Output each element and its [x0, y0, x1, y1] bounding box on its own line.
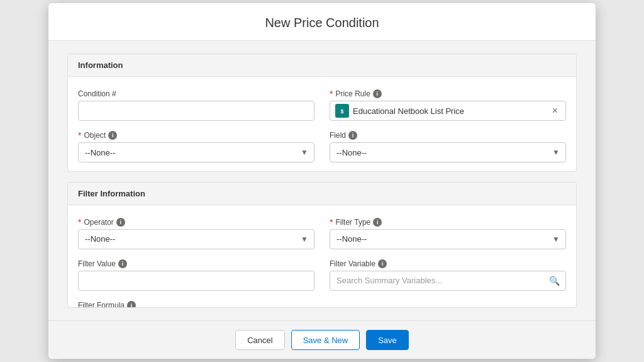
filter-formula-info-icon: i: [127, 301, 136, 308]
filter-section-body: * Operator i --None-- ▼ * Fi: [68, 205, 576, 308]
modal-title: New Price Condition: [67, 16, 577, 30]
price-rule-info-icon: i: [373, 89, 382, 98]
modal-header: New Price Condition: [48, 3, 596, 41]
field-label: Field i: [330, 131, 566, 140]
filter-formula-label: Filter Formula i: [78, 301, 566, 308]
object-group: * Object i --None-- ▼: [78, 131, 314, 162]
filter-variable-info-icon: i: [378, 259, 387, 268]
operator-select[interactable]: --None--: [78, 229, 314, 249]
price-rule-required-star: *: [330, 89, 333, 98]
modal-content: Information Condition # * Price Rule i: [48, 41, 596, 320]
filter-type-select[interactable]: --None--: [330, 229, 566, 249]
filter-variable-group: Filter Variable i 🔍: [330, 259, 566, 291]
filter-value-input[interactable]: [78, 271, 314, 291]
field-select[interactable]: --None--: [330, 142, 566, 162]
modal: New Price Condition Information Conditio…: [48, 3, 596, 359]
price-rule-value-wrapper[interactable]: $ Educational Netbook List Price ×: [330, 101, 566, 121]
save-button[interactable]: Save: [366, 330, 409, 350]
price-rule-icon: $: [335, 104, 349, 118]
object-label: * Object i: [78, 131, 314, 140]
operator-label: * Operator i: [78, 218, 314, 227]
filter-type-required-star: *: [330, 218, 333, 227]
operator-required-star: *: [78, 218, 81, 227]
price-rule-svg-icon: $: [338, 106, 347, 115]
svg-text:$: $: [341, 108, 344, 115]
operator-info-icon: i: [116, 218, 125, 227]
filter-section-header: Filter Information: [68, 183, 576, 205]
operator-group: * Operator i --None-- ▼: [78, 218, 314, 249]
price-rule-label: * Price Rule i: [330, 89, 566, 98]
price-rule-group: * Price Rule i $ Educational Netbook Lis…: [330, 89, 566, 121]
condition-number-group: Condition #: [78, 89, 314, 121]
filter-section: Filter Information * Operator i --None--…: [67, 182, 577, 308]
filter-type-select-wrapper: --None-- ▼: [330, 229, 566, 249]
field-info-icon: i: [348, 131, 357, 140]
operator-select-wrapper: --None-- ▼: [78, 229, 314, 249]
filter-value-info-icon: i: [118, 259, 127, 268]
save-new-button[interactable]: Save & New: [291, 330, 360, 350]
filter-variable-search-input[interactable]: [330, 271, 566, 291]
filter-type-label: * Filter Type i: [330, 218, 566, 227]
field-select-wrapper: --None-- ▼: [330, 142, 566, 162]
filter-variable-label: Filter Variable i: [330, 259, 566, 268]
modal-footer: Cancel Save & New Save: [48, 320, 596, 359]
filter-value-group: Filter Value i: [78, 259, 314, 291]
price-rule-clear-button[interactable]: ×: [550, 105, 560, 117]
field-group: Field i --None-- ▼: [330, 131, 566, 162]
filter-type-info-icon: i: [373, 218, 382, 227]
object-info-icon: i: [108, 131, 117, 140]
object-select-wrapper: --None-- ▼: [78, 142, 314, 162]
filter-value-label: Filter Value i: [78, 259, 314, 268]
information-section-body: Condition # * Price Rule i: [68, 77, 576, 172]
information-section-header: Information: [68, 54, 576, 77]
cancel-button[interactable]: Cancel: [235, 330, 284, 350]
filter-formula-group: Filter Formula i: [78, 301, 566, 308]
condition-number-label: Condition #: [78, 89, 314, 98]
price-rule-text: Educational Netbook List Price: [353, 106, 546, 116]
information-section: Information Condition # * Price Rule i: [67, 54, 577, 172]
condition-number-input[interactable]: [78, 101, 314, 121]
object-select[interactable]: --None--: [78, 142, 314, 162]
object-required-star: *: [78, 131, 81, 140]
filter-type-group: * Filter Type i --None-- ▼: [330, 218, 566, 249]
filter-variable-search-wrapper: 🔍: [330, 271, 566, 291]
